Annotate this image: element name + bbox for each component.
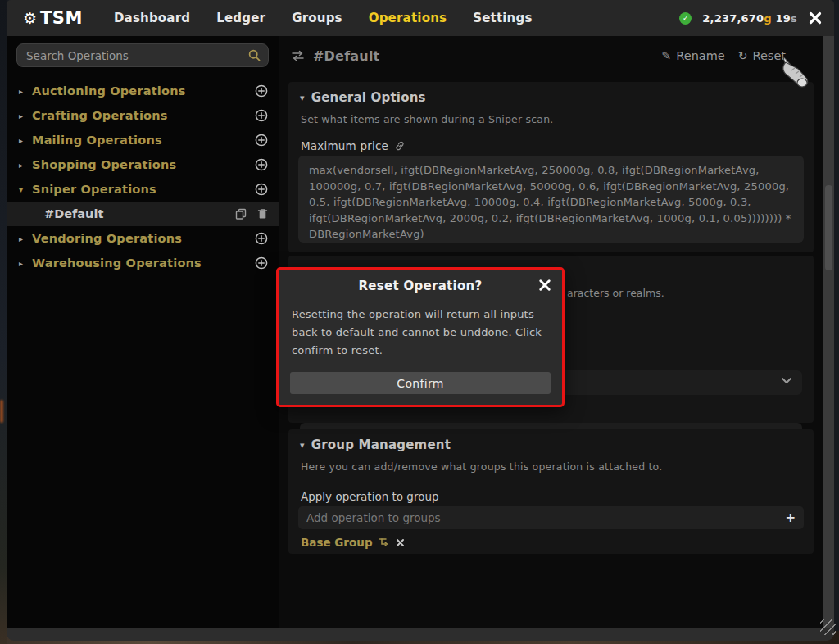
link-icon[interactable] <box>394 140 406 152</box>
sidebar-item-label: Vendoring Operations <box>32 232 255 245</box>
trash-icon[interactable] <box>257 208 268 220</box>
nav-ledger[interactable]: Ledger <box>216 11 265 25</box>
reset-icon: ↻ <box>738 49 748 62</box>
sidebar-item-warehousing[interactable]: ▸ Warehousing Operations <box>7 251 279 275</box>
caret-right-icon[interactable]: ▸ <box>19 234 32 243</box>
max-price-label-row: Maximum price <box>301 139 406 152</box>
resize-handle[interactable] <box>820 619 836 635</box>
logo-text: TSM <box>40 8 83 28</box>
group-tree-icon <box>379 537 390 547</box>
chevron-down-icon <box>781 377 792 384</box>
caret-down-icon[interactable]: ▾ <box>19 185 32 194</box>
section-title: Group Management <box>311 438 451 452</box>
add-group-input[interactable] <box>298 511 785 524</box>
silver-amount: 19 <box>776 12 791 25</box>
group-management-description: Here you can add/remove what groups this… <box>301 460 662 473</box>
plus-icon[interactable]: + <box>785 510 796 525</box>
sidebar-item-vendoring[interactable]: ▸ Vendoring Operations <box>7 226 279 251</box>
sidebar-item-label: Shopping Operations <box>32 158 255 171</box>
ignore-description-fragment: aracters or realms. <box>567 287 664 299</box>
rename-button[interactable]: ✎Rename <box>662 49 725 62</box>
operations-sidebar: ▸ Auctioning Operations ▸ Crafting Opera… <box>7 36 279 628</box>
search-icon <box>248 49 261 61</box>
gold-unit: g <box>764 12 772 25</box>
search-input[interactable] <box>17 49 248 62</box>
caret-down-icon: ▾ <box>300 93 305 103</box>
reset-confirmation-dialog: Reset Operation? Resetting the operation… <box>276 267 565 407</box>
close-icon[interactable] <box>808 11 823 25</box>
nav-groups[interactable]: Groups <box>292 11 342 25</box>
title-bar: ⚙ TSM Dashboard Ledger Groups Operations… <box>7 0 834 36</box>
add-operation-icon[interactable] <box>255 134 268 147</box>
nav-operations[interactable]: Operations <box>369 11 447 25</box>
general-options-section: ▾ General Options Set what items are sho… <box>288 82 814 252</box>
group-management-heading[interactable]: ▾ Group Management <box>300 438 451 452</box>
tsm-logo: ⚙ TSM <box>23 8 83 28</box>
add-operation-icon[interactable] <box>255 109 268 122</box>
titlebar-right: ✓ 2,237,670g 19s <box>679 0 823 36</box>
sidebar-item-auctioning[interactable]: ▸ Auctioning Operations <box>7 79 279 103</box>
search-box <box>16 43 269 67</box>
transfer-arrows-icon <box>291 50 305 61</box>
window-left-edge <box>0 0 7 644</box>
nav-dashboard[interactable]: Dashboard <box>114 11 190 25</box>
caret-down-icon: ▾ <box>300 440 305 451</box>
reset-label: Reset <box>752 49 786 62</box>
sidebar-item-label: Crafting Operations <box>32 109 255 122</box>
sidebar-item-shopping[interactable]: ▸ Shopping Operations <box>7 152 279 177</box>
scrollbar-thumb[interactable] <box>825 185 832 270</box>
copy-icon[interactable] <box>235 208 247 220</box>
silver-unit: s <box>791 12 797 25</box>
caret-right-icon[interactable]: ▸ <box>19 87 32 96</box>
sidebar-item-label: Auctioning Operations <box>32 84 255 98</box>
caret-right-icon[interactable]: ▸ <box>19 161 32 170</box>
add-group-box: + <box>298 506 804 529</box>
add-operation-icon[interactable] <box>255 84 268 98</box>
gear-icon: ⚙ <box>23 11 37 26</box>
operation-name: #Default <box>44 207 235 220</box>
gold-amount: 2,237,670 <box>702 12 764 25</box>
attached-group-row: Base Group <box>301 536 405 549</box>
group-management-section: ▾ Group Management Here you can add/remo… <box>288 429 814 554</box>
apply-group-label: Apply operation to group <box>301 490 439 503</box>
add-operation-icon[interactable] <box>255 183 268 196</box>
caret-right-icon[interactable]: ▸ <box>19 259 32 268</box>
window-right-frame <box>823 36 834 629</box>
add-operation-icon[interactable] <box>255 256 268 270</box>
max-price-input[interactable]: max(vendorsell, ifgt(DBRegionMarketAvg, … <box>298 156 804 243</box>
game-world-detail <box>0 400 3 423</box>
tsm-window-screenshot: ⚙ TSM Dashboard Ledger Groups Operations… <box>0 0 839 644</box>
operation-actions: ✎Rename ↻Reset <box>662 36 786 75</box>
dialog-title: Reset Operation? <box>279 279 562 293</box>
dialog-close-icon[interactable] <box>538 279 551 292</box>
general-options-heading[interactable]: ▾ General Options <box>300 90 426 105</box>
sidebar-item-label: Warehousing Operations <box>32 256 255 270</box>
nav-settings[interactable]: Settings <box>473 11 532 25</box>
sidebar-item-sniper[interactable]: ▾ Sniper Operations <box>7 177 279 202</box>
sidebar-item-crafting[interactable]: ▸ Crafting Operations <box>7 103 279 128</box>
window-bottom-frame <box>7 628 834 641</box>
sidebar-item-label: Sniper Operations <box>32 183 255 196</box>
sidebar-item-mailing[interactable]: ▸ Mailing Operations <box>7 128 279 152</box>
max-price-label: Maximum price <box>301 139 388 152</box>
general-options-description: Set what items are shown during a Sniper… <box>301 113 553 125</box>
rename-label: Rename <box>676 49 724 62</box>
add-operation-icon[interactable] <box>255 158 268 171</box>
sidebar-item-label: Mailing Operations <box>32 134 255 147</box>
confirm-button[interactable]: Confirm <box>290 372 551 394</box>
sync-status-icon: ✓ <box>679 12 692 25</box>
main-nav: Dashboard Ledger Groups Operations Setti… <box>114 11 533 25</box>
remove-group-icon[interactable] <box>396 538 405 547</box>
add-operation-icon[interactable] <box>255 232 268 245</box>
operation-header: #Default ✎Rename ↻Reset <box>279 36 823 75</box>
check-icon: ✓ <box>683 14 689 22</box>
reset-button[interactable]: ↻Reset <box>738 49 786 62</box>
caret-right-icon[interactable]: ▸ <box>19 111 32 120</box>
dialog-body-text: Resetting the operation will return all … <box>292 306 547 359</box>
operation-title: #Default <box>313 48 379 64</box>
pencil-icon: ✎ <box>662 49 672 62</box>
group-name-link[interactable]: Base Group <box>301 536 373 549</box>
caret-right-icon[interactable]: ▸ <box>19 136 32 145</box>
operation-row-default[interactable]: #Default <box>7 202 279 226</box>
gold-balance: 2,237,670g 19s <box>702 12 797 25</box>
